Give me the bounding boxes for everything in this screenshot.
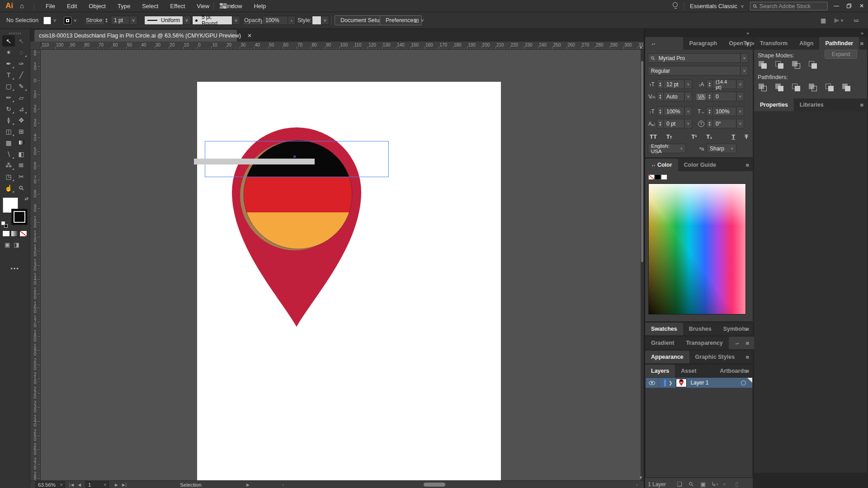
tab-asset-export[interactable]: Asset Export — [675, 365, 714, 377]
vertical-scale-stepper[interactable]: ▲▼ — [657, 107, 663, 116]
scroll-down-icon[interactable]: ▼ — [639, 475, 643, 480]
lasso-tool-icon[interactable]: ◌ — [15, 47, 28, 58]
subscript-button[interactable]: T₁ — [706, 133, 712, 140]
default-fill-stroke-icon[interactable] — [1, 221, 7, 227]
document-tab[interactable]: csis18-00013 Deutschland Flag in Pin Cir… — [34, 30, 237, 42]
crop-button[interactable] — [808, 83, 819, 92]
arrange-documents-icon[interactable]: ▦ — [821, 17, 826, 24]
stroke-weight-value[interactable]: 1 pt — [111, 16, 130, 25]
menu-effect[interactable]: Effect — [164, 0, 191, 12]
chevron-down-icon[interactable]: ˅ — [231, 3, 233, 9]
slice-tool-icon[interactable]: ✂ — [15, 171, 28, 182]
tab-color[interactable]: ▲▼Color — [645, 159, 678, 171]
chevron-down-icon[interactable]: ˅ — [736, 92, 744, 101]
panel-menu-icon[interactable]: ≡ — [745, 326, 749, 333]
column-graph-tool-icon[interactable]: ≣ — [15, 160, 28, 171]
chevron-down-icon[interactable]: ˅ — [53, 18, 56, 23]
brush-definition-dropdown[interactable]: 5 pt. Round — [192, 16, 232, 25]
next-artboard-icon[interactable]: ▶ — [115, 483, 118, 487]
last-artboard-icon[interactable]: ▶| — [122, 483, 127, 487]
chevron-down-icon[interactable]: ˅ — [74, 18, 76, 23]
new-layer-icon[interactable]: ▫ — [723, 481, 726, 488]
discover-lightbulb-icon[interactable] — [673, 2, 678, 9]
collapse-panels-icon[interactable]: » — [746, 30, 749, 36]
pen-tool-icon[interactable]: ✒ — [2, 58, 15, 69]
style-swatch[interactable] — [312, 16, 321, 25]
chevron-down-icon[interactable]: ˅ — [684, 80, 692, 89]
scroll-left-icon[interactable]: ‹ — [283, 483, 284, 487]
chevron-down-icon[interactable]: ˅ — [183, 16, 191, 25]
close-tab-icon[interactable]: ✕ — [247, 33, 252, 39]
edit-toolbar-ellipsis[interactable]: ••• — [8, 265, 22, 272]
baseline-shift-value[interactable]: 0 pt — [663, 119, 684, 128]
pencil-tool-icon[interactable]: ✏ — [2, 92, 15, 103]
menu-help[interactable]: Help — [248, 0, 272, 12]
panel-menu-icon[interactable]: ≡ — [860, 102, 863, 108]
unite-button[interactable] — [758, 61, 769, 70]
zoom-level-field[interactable]: 63.56%˅ — [35, 481, 65, 488]
white-swatch[interactable] — [661, 174, 667, 180]
chevron-down-icon[interactable]: ˅ — [741, 53, 748, 63]
small-caps-button[interactable]: Tт — [666, 133, 672, 140]
tracking-stepper[interactable]: ▲▼ — [706, 92, 712, 101]
ruler-origin-corner[interactable] — [30, 42, 41, 50]
font-size-value[interactable]: 12 pt — [663, 80, 684, 89]
all-caps-button[interactable]: TT — [650, 133, 657, 140]
chevron-down-icon[interactable]: ˅ — [736, 80, 744, 89]
layer-target-circle[interactable] — [741, 380, 746, 385]
panel-menu-icon[interactable]: ≡ — [745, 162, 749, 169]
make-mask-icon[interactable]: ▣ — [700, 481, 706, 488]
font-size-stepper[interactable]: ▲▼ — [657, 80, 663, 89]
first-artboard-icon[interactable]: |◀ — [69, 483, 74, 487]
vertical-scroll-thumb[interactable] — [641, 61, 643, 262]
merge-button[interactable] — [791, 83, 802, 92]
opacity-value[interactable]: 100% — [262, 16, 288, 25]
fill-color-swatch[interactable] — [43, 17, 51, 24]
width-profile-dropdown[interactable]: Uniform — [144, 16, 183, 25]
color-button[interactable] — [2, 230, 10, 237]
horizontal-scale-stepper[interactable]: ▲▼ — [706, 107, 712, 116]
none-swatch[interactable] — [648, 174, 655, 180]
intersect-button[interactable] — [791, 61, 802, 70]
tracking-value[interactable]: 0 — [712, 92, 736, 101]
none-button[interactable] — [19, 230, 27, 237]
gray-rectangle-object[interactable] — [194, 159, 315, 164]
tab-brushes[interactable]: Brushes — [683, 323, 717, 335]
tab-paragraph[interactable]: Paragraph — [683, 37, 723, 50]
canvas[interactable]: ✕ — [41, 50, 641, 480]
panel-menu-icon[interactable]: ≡ — [745, 368, 749, 375]
tab-layers[interactable]: Layers — [645, 365, 675, 377]
chevron-down-icon[interactable]: ˅ — [684, 107, 692, 116]
hand-tool-icon[interactable]: ☝ — [2, 182, 15, 193]
chevron-down-icon[interactable]: ˅ — [741, 66, 748, 75]
divide-button[interactable] — [758, 83, 769, 92]
menu-select[interactable]: Select — [136, 0, 164, 12]
chevron-down-icon[interactable]: ˅ — [840, 18, 843, 23]
tab-libraries[interactable]: Libraries — [794, 99, 830, 111]
chevron-down-icon[interactable]: ˅ — [684, 92, 692, 101]
rotate-tool-icon[interactable]: ↻ — [2, 103, 15, 114]
horizontal-scroll-thumb[interactable] — [424, 483, 445, 487]
character-rotation-stepper[interactable]: ▲▼ — [706, 119, 712, 128]
menu-file[interactable]: File — [40, 0, 61, 12]
horizontal-ruler[interactable]: 1101009080706050403020100102030405060708… — [41, 42, 644, 50]
search-adobe-stock-input[interactable]: ⚲ Search Adobe Stock — [750, 2, 828, 10]
tab-appearance[interactable]: Appearance — [645, 351, 689, 363]
menu-view[interactable]: View — [191, 0, 215, 12]
chevron-down-icon[interactable]: ˅ — [736, 119, 744, 128]
chevron-down-icon[interactable]: ˅ — [736, 107, 744, 116]
minus-back-button[interactable] — [841, 83, 852, 92]
menu-type[interactable]: Type — [112, 0, 136, 12]
document-arrangement-icon[interactable]: ⊫ — [834, 17, 839, 24]
list-view-icon[interactable]: ≔ — [854, 17, 859, 24]
curvature-tool-icon[interactable]: ✑ — [15, 58, 28, 69]
delete-layer-icon[interactable]: ▯̈ — [735, 481, 738, 488]
stroke-label[interactable]: Stroke: — [86, 17, 104, 24]
font-family-field[interactable]: ⚲Myriad Pro — [648, 53, 741, 63]
underline-button[interactable]: T — [731, 133, 735, 140]
leading-stepper[interactable]: ▲▼ — [706, 80, 712, 89]
home-icon[interactable]: ⌂ — [20, 2, 24, 9]
vertical-ruler[interactable]: 2010010203040506070809010011012013014015… — [30, 50, 41, 480]
stroke-weight-stepper[interactable]: ▲▼ — [104, 16, 109, 25]
panel-menu-icon[interactable]: ≡ — [745, 40, 749, 47]
